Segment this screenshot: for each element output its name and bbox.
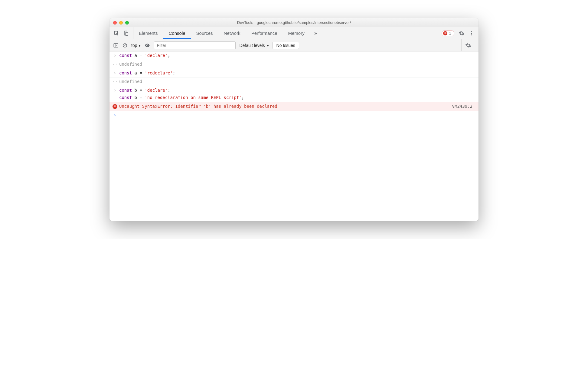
tab-console[interactable]: Console — [163, 27, 191, 39]
device-toggle-icon[interactable] — [123, 31, 129, 36]
main-tabbar: ElementsConsoleSourcesNetworkPerformance… — [109, 27, 479, 39]
console-sidebar-toggle-icon[interactable] — [113, 43, 119, 48]
clear-console-icon[interactable] — [122, 43, 128, 48]
context-label: top — [131, 43, 137, 48]
tabs-overflow-icon[interactable]: » — [310, 30, 321, 36]
return-value: undefined — [119, 61, 142, 68]
context-selector[interactable]: top ▾ — [131, 43, 141, 48]
error-count: 1 — [449, 31, 451, 36]
tab-performance[interactable]: Performance — [246, 27, 283, 39]
return-value: undefined — [119, 78, 142, 85]
chevron-down-icon: ▾ — [139, 43, 141, 48]
titlebar: DevTools - googlechrome.github.io/sample… — [109, 18, 479, 27]
console-error-row: ✕Uncaught SyntaxError: Identifier 'b' ha… — [109, 102, 479, 111]
tab-elements[interactable]: Elements — [133, 27, 163, 39]
prompt-icon: › — [113, 52, 117, 59]
svg-point-5 — [471, 34, 472, 35]
prompt-icon: › — [113, 87, 117, 94]
chevron-down-icon: ▾ — [267, 43, 269, 48]
tab-sources[interactable]: Sources — [191, 27, 218, 39]
minimize-icon[interactable] — [119, 21, 123, 25]
tab-network[interactable]: Network — [218, 27, 246, 39]
log-levels-selector[interactable]: Default levels ▾ — [239, 43, 269, 48]
live-expression-icon[interactable] — [144, 42, 150, 48]
return-icon: ‹· — [113, 78, 117, 85]
console-output-row: ‹·undefined — [109, 60, 479, 69]
return-icon: ‹· — [113, 61, 117, 68]
console-prompt[interactable]: › — [109, 111, 479, 120]
filter-input[interactable] — [154, 41, 236, 49]
error-count-pill[interactable]: ✕ 1 — [442, 30, 454, 36]
prompt-input[interactable] — [119, 112, 120, 119]
levels-label: Default levels — [239, 43, 265, 48]
code-block: const b = 'declare'; const b = 'no redec… — [119, 87, 244, 101]
tabs-host: ElementsConsoleSourcesNetworkPerformance… — [133, 27, 310, 39]
prompt-icon: › — [113, 70, 117, 77]
console-input-row: ›const a = 'redeclare'; — [109, 69, 479, 78]
console-output-row: ‹·undefined — [109, 77, 479, 86]
code-line: const a = 'redeclare'; — [119, 70, 175, 77]
tab-memory[interactable]: Memory — [283, 27, 310, 39]
console-input-row: ›const a = 'declare'; — [109, 51, 479, 60]
prompt-icon: › — [113, 112, 117, 119]
issues-button[interactable]: No Issues — [273, 42, 299, 49]
console-settings-gear-icon[interactable] — [465, 42, 471, 48]
svg-point-8 — [147, 45, 148, 46]
svg-rect-6 — [114, 44, 118, 47]
svg-rect-2 — [126, 32, 128, 36]
console-toolbar: top ▾ Default levels ▾ No Issues — [109, 39, 479, 51]
traffic-lights — [109, 21, 129, 25]
settings-gear-icon[interactable] — [459, 30, 465, 36]
devtools-window: DevTools - googlechrome.github.io/sample… — [109, 18, 479, 221]
error-message: Uncaught SyntaxError: Identifier 'b' has… — [119, 103, 277, 110]
error-icon: ✕ — [113, 104, 117, 109]
error-source-link[interactable]: VM2439:2 — [452, 103, 475, 110]
console-input-row: ›const b = 'declare'; const b = 'no rede… — [109, 86, 479, 102]
console-output[interactable]: ›const a = 'declare';‹·undefined›const a… — [109, 51, 479, 221]
maximize-icon[interactable] — [125, 21, 129, 25]
kebab-menu-icon[interactable] — [469, 31, 474, 36]
close-icon[interactable] — [113, 21, 117, 25]
svg-point-4 — [471, 33, 472, 34]
window-title: DevTools - googlechrome.github.io/sample… — [109, 20, 479, 25]
svg-point-3 — [471, 31, 472, 32]
error-icon: ✕ — [443, 31, 447, 35]
code-line: const a = 'declare'; — [119, 52, 170, 59]
inspect-icon[interactable] — [114, 31, 119, 36]
